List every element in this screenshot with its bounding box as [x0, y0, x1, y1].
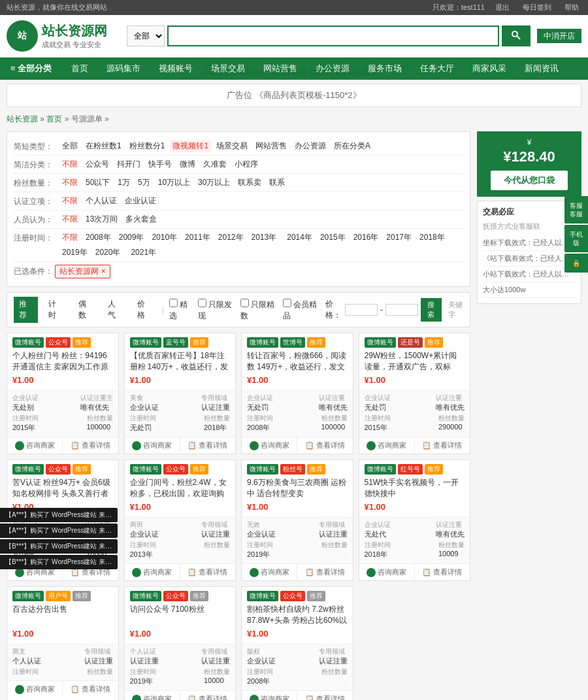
search-category-select[interactable]: 全部	[127, 25, 165, 46]
filter-fans-5w[interactable]: 5万	[135, 176, 153, 189]
filter-year-2008[interactable]: 2008年	[83, 231, 114, 244]
open-store-btn[interactable]: 中消开店	[537, 29, 581, 43]
checkbox-member[interactable]: 只限精数	[240, 299, 278, 322]
card-title-8[interactable]: 51W快手实名视频号，一开德快接中	[365, 477, 465, 499]
card-consult-4[interactable]: 咨询商家	[359, 437, 415, 454]
filter-fans-10w[interactable]: 10万以上	[155, 176, 193, 189]
filter-person-nolimit[interactable]: 不限	[59, 213, 80, 225]
filter-cat-xcx[interactable]: 小程序	[232, 158, 261, 171]
filter-cert-company[interactable]: 企业认证	[122, 195, 159, 207]
filter-fans-50[interactable]: 50以下	[83, 176, 112, 189]
nav-item-merchant[interactable]: 商家风采	[463, 58, 515, 80]
filter-year-2009[interactable]: 2009年	[116, 231, 147, 244]
card-detail-6[interactable]: 📋 查看详情	[180, 564, 235, 580]
filter-year-2015[interactable]: 2015年	[318, 231, 348, 244]
card-consult-7[interactable]: 咨询商家	[242, 564, 297, 580]
card-detail-8[interactable]: 📋 查看详情	[415, 564, 470, 580]
sort-popular[interactable]: 人气	[103, 297, 127, 323]
filter-year-2019[interactable]: 2019年	[59, 246, 90, 259]
signin-link[interactable]: 每日签到	[523, 3, 551, 12]
filter-cat-dk[interactable]: 抖开门	[114, 158, 143, 171]
filter-fans-nolimit[interactable]: 不限	[59, 176, 80, 189]
filter-year-2011[interactable]: 2011年	[182, 231, 213, 244]
ad-banner[interactable]: 广告位 《商品列表页模板-1150*2》	[7, 84, 581, 107]
filter-cat-nolimit[interactable]: 不限	[59, 158, 80, 171]
nav-item-office[interactable]: 办公资源	[306, 58, 359, 80]
card-title-5[interactable]: 苦V认证 粉丝94万+ 会员6级 知名校网排号 头条又善行者 发文...	[12, 477, 113, 499]
nav-item-home[interactable]: 首页	[62, 58, 97, 80]
checkbox-vip[interactable]: 会员精品	[283, 299, 320, 322]
logout-link[interactable]: 退出	[495, 3, 510, 12]
sort-time[interactable]: 计时	[43, 297, 67, 323]
filter-year-2016[interactable]: 2016年	[351, 231, 382, 244]
recent-item-4[interactable]: 大小达1000w	[483, 282, 576, 298]
filter-val-4[interactable]: 场景交易	[214, 140, 250, 152]
nav-item-task[interactable]: 任务大厅	[411, 58, 463, 80]
header-right[interactable]: 中消开店	[537, 31, 581, 42]
filter-val-3[interactable]: 微视频转1	[170, 140, 211, 152]
float-btn-service[interactable]: 客服客服	[564, 196, 588, 224]
price-min-input[interactable]	[345, 304, 378, 316]
filter-val-1[interactable]: 在粉丝数1	[83, 140, 124, 152]
card-title-9[interactable]: 百古达分告出售	[12, 604, 113, 626]
filter-val-5[interactable]: 网站营售	[253, 140, 289, 152]
filter-person-13[interactable]: 13次万间	[83, 213, 120, 225]
nav-item-video[interactable]: 视频账号	[150, 58, 202, 80]
float-btn-mobile[interactable]: 手机版	[564, 225, 588, 252]
filter-fans-1w[interactable]: 1万	[115, 176, 133, 189]
card-consult-9[interactable]: 咨询商家	[7, 681, 63, 697]
filter-year-2013[interactable]: 2013年	[249, 231, 280, 244]
filter-selected-tag[interactable]: 站长资源网 ×	[55, 265, 110, 278]
nav-all-categories[interactable]: ≡ 全部分类	[0, 58, 62, 80]
card-consult-1[interactable]: 咨询商家	[7, 437, 63, 454]
logo[interactable]: 站 站长资源网 成就交易 专业安全	[7, 20, 107, 52]
checkbox-official[interactable]: 只限发现	[198, 299, 235, 322]
card-detail-1[interactable]: 📋 查看详情	[63, 437, 118, 454]
sort-recommend[interactable]: 推荐	[14, 297, 38, 323]
filter-fans-30w[interactable]: 30万以上	[195, 176, 233, 189]
card-consult-10[interactable]: 咨询商家	[125, 691, 180, 700]
card-title-1[interactable]: 个人粉丝门号 粉丝：94196 开通遥信主 卖家因为工作原因 赠...	[12, 350, 113, 373]
search-input[interactable]	[167, 25, 499, 46]
nav-item-news[interactable]: 新闻资讯	[515, 58, 568, 80]
card-consult-6[interactable]: 咨询商家	[125, 564, 180, 580]
filter-fans-contact[interactable]: 联系卖	[235, 176, 264, 189]
breadcrumb-section[interactable]: 首页	[46, 114, 62, 124]
filter-year-nolimit[interactable]: 不限	[59, 231, 80, 244]
card-title-10[interactable]: 访问公众号 7100粉丝	[130, 604, 231, 626]
card-detail-3[interactable]: 📋 查看详情	[297, 437, 352, 454]
filter-cert-personal[interactable]: 个人认证	[83, 195, 120, 207]
card-detail-7[interactable]: 📋 查看详情	[297, 564, 352, 580]
help-link[interactable]: 帮助	[564, 3, 579, 12]
filter-year-2018[interactable]: 2018年	[417, 231, 448, 244]
card-title-3[interactable]: 转让百家号，粉微666，阅读数 149万+，收益还行，发文娱乐...	[247, 350, 348, 373]
card-title-11[interactable]: 割柏茶快村自级约 7.2w粉丝 87.8W+头条 劳粉占比60%以上	[247, 604, 348, 626]
filter-year-2021[interactable]: 2021年	[128, 246, 159, 259]
filter-val-all[interactable]: 全部	[59, 140, 80, 152]
card-consult-2[interactable]: 咨询商家	[125, 437, 180, 454]
filter-val-6[interactable]: 办公资源	[292, 140, 329, 152]
recent-item-2[interactable]: 《站下载有效式：已经人人以了：1M抢...	[483, 251, 576, 267]
card-consult-11[interactable]: 咨询商家	[242, 691, 297, 700]
card-title-4[interactable]: 29W粉丝，1500W+累计阅读量，开通双广告，双标题，视频...	[365, 350, 465, 373]
card-detail-10[interactable]: 📋 查看详情	[180, 691, 235, 700]
card-detail-2[interactable]: 📋 查看详情	[180, 437, 235, 454]
float-btn-lock[interactable]: 🔒	[564, 254, 588, 273]
card-consult-3[interactable]: 咨询商家	[242, 437, 297, 454]
search-button[interactable]	[502, 25, 531, 46]
nav-item-service[interactable]: 服务市场	[359, 58, 411, 80]
filter-year-2010[interactable]: 2010年	[149, 231, 180, 244]
price-max-input[interactable]	[385, 304, 418, 316]
filter-cat-gz[interactable]: 公众号	[83, 158, 112, 171]
sort-even[interactable]: 偶数	[73, 297, 97, 323]
filter-year-2017[interactable]: 2017年	[384, 231, 414, 244]
nav-item-website[interactable]: 网站营售	[254, 58, 306, 80]
card-detail-4[interactable]: 📋 查看详情	[415, 437, 470, 454]
filter-cat-wb[interactable]: 微博	[177, 158, 198, 171]
nav-item-scene[interactable]: 场景交易	[202, 58, 254, 80]
card-title-2[interactable]: 【优质百家转正号】18年注册粉 140万+，收益还行，发文娱乐...	[130, 350, 231, 373]
nav-item-source[interactable]: 源码集市	[97, 58, 150, 80]
recent-item-1[interactable]: 坐标下载效式：已经人以买订：5元...	[483, 235, 576, 251]
breadcrumb-home[interactable]: 站长资源	[7, 114, 38, 124]
sort-price[interactable]: 价格	[132, 297, 156, 323]
